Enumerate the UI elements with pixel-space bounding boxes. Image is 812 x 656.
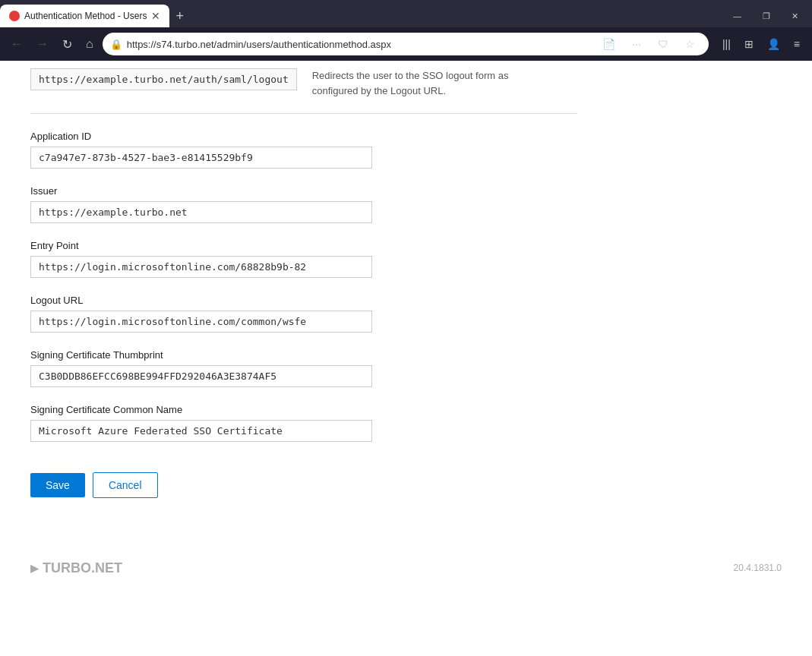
refresh-button[interactable]: ↻ xyxy=(58,34,77,55)
home-button[interactable]: ⌂ xyxy=(81,34,98,54)
issuer-group: Issuer xyxy=(30,185,577,223)
new-tab-button[interactable]: + xyxy=(169,9,190,23)
url-display-row: https://example.turbo.net/auth/saml/logo… xyxy=(30,61,577,114)
reader-icon[interactable]: 📄 xyxy=(596,35,621,53)
application-id-label: Application ID xyxy=(30,131,577,142)
shield-icon[interactable]: 🛡 xyxy=(652,35,675,53)
address-input-wrap[interactable]: 🔒 https://s74.turbo.net/admin/users/auth… xyxy=(103,33,709,55)
logout-url-group: Logout URL xyxy=(30,295,577,333)
entry-point-input[interactable] xyxy=(30,256,372,278)
tab-bar: Authentication Method - Users ✕ + — ❐ ✕ xyxy=(0,0,812,27)
signing-cert-common-name-input[interactable] xyxy=(30,420,372,442)
browser-toolbar: ||| ⊞ 👤 ≡ xyxy=(716,35,806,53)
close-button[interactable]: ✕ xyxy=(781,5,809,27)
signing-cert-common-name-label: Signing Certificate Common Name xyxy=(30,404,577,415)
browser-chrome: Authentication Method - Users ✕ + — ❐ ✕ … xyxy=(0,0,812,61)
security-icon: 🔒 xyxy=(110,39,122,50)
issuer-input[interactable] xyxy=(30,201,372,223)
signing-cert-common-name-group: Signing Certificate Common Name xyxy=(30,404,577,442)
tab-title: Authentication Method - Users xyxy=(24,11,147,21)
profile-icon[interactable]: 👤 xyxy=(761,35,786,53)
signing-cert-thumbprint-group: Signing Certificate Thumbprint xyxy=(30,349,577,387)
url-description: Redirects the user to the SSO logout for… xyxy=(312,68,555,98)
back-button[interactable]: ← xyxy=(6,34,27,54)
menu-icon[interactable]: ≡ xyxy=(788,35,806,53)
entry-point-group: Entry Point xyxy=(30,240,577,278)
active-tab[interactable]: Authentication Method - Users ✕ xyxy=(0,5,169,27)
application-id-group: Application ID xyxy=(30,131,577,169)
entry-point-label: Entry Point xyxy=(30,240,577,251)
page-content: https://example.turbo.net/auth/saml/logo… xyxy=(0,61,812,656)
forward-button[interactable]: → xyxy=(32,34,53,54)
tab-favicon xyxy=(9,11,20,21)
minimize-button[interactable]: — xyxy=(722,5,752,27)
logout-url-display: https://example.turbo.net/auth/saml/logo… xyxy=(30,68,297,90)
signing-cert-thumbprint-input[interactable] xyxy=(30,365,372,387)
cancel-button[interactable]: Cancel xyxy=(93,472,158,498)
panels-icon[interactable]: ⊞ xyxy=(738,35,760,53)
logout-url-label: Logout URL xyxy=(30,295,577,306)
button-row: Save Cancel xyxy=(30,472,577,498)
application-id-input[interactable] xyxy=(30,147,372,169)
signing-cert-thumbprint-label: Signing Certificate Thumbprint xyxy=(30,349,577,361)
turbo-logo-icon: ▸ xyxy=(30,559,38,577)
issuer-label: Issuer xyxy=(30,185,577,197)
bookmark-icon[interactable]: ☆ xyxy=(679,35,701,53)
restore-button[interactable]: ❐ xyxy=(752,5,781,27)
logout-url-input[interactable] xyxy=(30,311,372,333)
more-icon[interactable]: ··· xyxy=(626,35,647,53)
window-controls: — ❐ ✕ xyxy=(722,5,812,27)
history-icon[interactable]: ||| xyxy=(716,35,737,53)
footer-logo-text: TURBO.NET xyxy=(43,560,122,576)
footer-version: 20.4.1831.0 xyxy=(734,563,782,573)
content-inner: https://example.turbo.net/auth/saml/logo… xyxy=(0,61,608,528)
address-bar: ← → ↻ ⌂ 🔒 https://s74.turbo.net/admin/us… xyxy=(0,27,812,61)
address-url: https://s74.turbo.net/admin/users/authen… xyxy=(127,39,592,50)
save-button[interactable]: Save xyxy=(30,473,85,497)
footer-logo: ▸ TURBO.NET xyxy=(30,559,122,577)
page-footer: ▸ TURBO.NET 20.4.1831.0 xyxy=(0,544,812,585)
tab-close-button[interactable]: ✕ xyxy=(151,11,160,21)
